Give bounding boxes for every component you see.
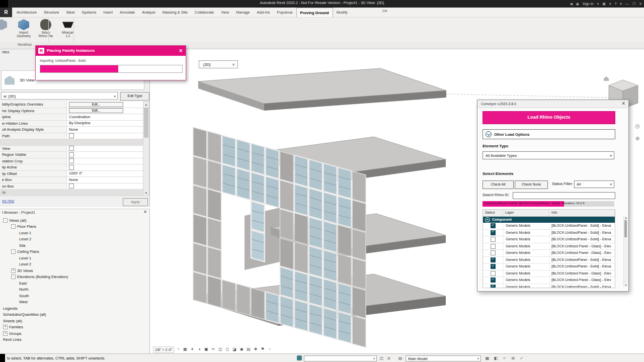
element-table-row[interactable]: Generic Models[BLOCK:Unitized Panel - Gl… bbox=[483, 270, 615, 278]
steering-wheel-icon[interactable]: ◎ bbox=[634, 122, 641, 129]
worksets-icon[interactable] bbox=[297, 355, 302, 360]
property-checkbox[interactable] bbox=[69, 152, 74, 157]
element-table-row[interactable]: Generic Models[BLOCK:UnitizedPanel - Sol… bbox=[483, 284, 615, 289]
element-checkbox[interactable] bbox=[491, 257, 496, 262]
scroll-up-icon[interactable]: ▲ bbox=[143, 102, 149, 107]
tab-massing-site[interactable]: Massing & Site bbox=[159, 8, 191, 17]
minimize-icon[interactable]: — bbox=[625, 2, 629, 6]
view-instance-combo[interactable]: w: {3D} ▾ bbox=[1, 92, 118, 100]
rendering-icon[interactable]: ▣ bbox=[203, 346, 209, 352]
edit-in-place-icon[interactable]: ◧ bbox=[493, 355, 499, 361]
caret-icon[interactable]: ▾ bbox=[597, 2, 599, 6]
collapse-icon[interactable]: - bbox=[11, 249, 16, 254]
tab-steel[interactable]: Steel bbox=[62, 8, 78, 17]
exclude-options-icon[interactable]: ▦ bbox=[485, 355, 490, 361]
property-value[interactable]: None bbox=[67, 127, 143, 133]
edit-button[interactable]: Edit... bbox=[69, 102, 123, 107]
tab-modify[interactable]: Modify bbox=[333, 8, 351, 17]
property-checkbox[interactable] bbox=[69, 146, 74, 151]
displacement-icon[interactable]: ❖ bbox=[253, 346, 259, 352]
design-options-combo[interactable]: Main Model ▾ bbox=[406, 355, 481, 361]
properties-help-link[interactable]: ies help bbox=[2, 199, 14, 203]
tab-architecture[interactable]: Architecture bbox=[13, 8, 40, 17]
property-checkbox[interactable] bbox=[69, 184, 74, 189]
browser-item-groups[interactable]: +Groups bbox=[0, 330, 149, 337]
element-table-row[interactable]: Generic Models[BLOCK:UnitizedPanel - Sol… bbox=[483, 230, 615, 237]
caret-icon[interactable]: ▾ bbox=[620, 2, 622, 6]
component-group-row[interactable]: Component bbox=[483, 217, 615, 223]
browser-item-3d-views[interactable]: +3D Views bbox=[0, 267, 149, 274]
tab-manage[interactable]: Manage bbox=[232, 8, 253, 17]
element-checkbox[interactable] bbox=[491, 230, 496, 235]
element-type-combo[interactable]: All Available Types ▾ bbox=[482, 151, 614, 159]
tab-annotate[interactable]: Annotate bbox=[116, 8, 138, 17]
scroll-down-icon[interactable]: ▼ bbox=[624, 284, 628, 287]
element-checkbox[interactable] bbox=[491, 244, 496, 249]
hide-isolate-icon[interactable]: ◪ bbox=[231, 346, 237, 352]
close-icon[interactable]: ✕ bbox=[639, 2, 642, 6]
element-table-row[interactable]: Generic Models[BLOCK:UnitizedPanel - Sol… bbox=[483, 263, 615, 270]
tab-collaborate[interactable]: Collaborate bbox=[191, 8, 217, 17]
element-checkbox[interactable] bbox=[491, 223, 496, 228]
tool-conveyor-partial[interactable] bbox=[0, 18, 11, 38]
property-checkbox[interactable] bbox=[69, 165, 74, 170]
tab-proving-ground[interactable]: Proving Ground bbox=[296, 8, 333, 17]
element-checkbox[interactable] bbox=[491, 278, 496, 283]
tab-add-ins[interactable]: Add-Ins bbox=[253, 8, 273, 17]
browser-item-families[interactable]: +Families bbox=[0, 324, 149, 331]
placing-family-titlebar[interactable]: R Placing Family Instances ✕ bbox=[36, 46, 186, 56]
scroll-down-icon[interactable]: ▼ bbox=[143, 191, 149, 196]
property-value[interactable]: By Discipline bbox=[67, 121, 143, 127]
select-underlay-icon[interactable]: ⊞ bbox=[510, 355, 516, 361]
property-checkbox[interactable] bbox=[69, 133, 74, 138]
user-icon[interactable]: ◉ bbox=[576, 2, 579, 6]
scroll-thumb[interactable] bbox=[624, 220, 627, 237]
column-header-info[interactable]: Info bbox=[549, 210, 615, 216]
placing-family-close-icon[interactable]: ✕ bbox=[179, 46, 183, 56]
status-filter-combo[interactable]: All ▾ bbox=[574, 180, 614, 188]
selection-toggle-icon[interactable]: ✓ bbox=[519, 355, 524, 361]
collapse-icon[interactable]: - bbox=[3, 218, 8, 223]
cart-icon[interactable]: ▣ bbox=[602, 2, 606, 6]
browser-item-legends[interactable]: Legends bbox=[0, 305, 149, 312]
expand-icon[interactable]: + bbox=[3, 331, 8, 336]
caret-icon[interactable]: ▾ bbox=[609, 2, 611, 6]
table-scrollbar[interactable]: ▲ ▼ bbox=[623, 216, 628, 287]
tab-analyze[interactable]: Analyze bbox=[138, 8, 159, 17]
check-all-button[interactable]: Check All bbox=[482, 180, 514, 189]
conveyor-titlebar[interactable]: Conveyor v.2020.3.8.0 ✕ bbox=[477, 100, 628, 108]
element-table-row[interactable]: Generic Models[BLOCK:Unitized Panel - Gl… bbox=[483, 277, 615, 284]
workset-combo[interactable]: ▾ bbox=[304, 355, 377, 361]
visual-style-icon[interactable]: ▦ bbox=[182, 346, 188, 352]
collapse-icon[interactable]: ‹ bbox=[267, 346, 273, 352]
property-value[interactable]: Coordination bbox=[67, 114, 143, 120]
show-crop-icon[interactable]: ◫ bbox=[217, 346, 223, 352]
filter-icon[interactable]: ⌗ bbox=[502, 355, 507, 361]
expand-icon[interactable]: + bbox=[3, 325, 8, 329]
zoom-icon[interactable]: ⊕ bbox=[634, 135, 641, 142]
browser-item-level-2[interactable]: Level 2 bbox=[0, 261, 149, 268]
element-checkbox[interactable] bbox=[491, 271, 496, 276]
browser-item-sheets-all-[interactable]: Sheets (all) bbox=[0, 318, 149, 324]
element-table-row[interactable]: Generic Models[BLOCK:UnitizedPanel - Sol… bbox=[483, 223, 615, 230]
element-table-row[interactable]: Generic Models[BLOCK:UnitizedPanel - Sol… bbox=[483, 236, 615, 243]
property-checkbox[interactable] bbox=[69, 158, 74, 163]
apply-button[interactable]: Apply bbox=[123, 198, 148, 206]
collapse-icon[interactable]: - bbox=[11, 224, 16, 229]
sign-in-label[interactable]: Sign In bbox=[583, 2, 594, 6]
element-checkbox[interactable] bbox=[491, 285, 496, 288]
tab-structure[interactable]: Structure bbox=[40, 8, 62, 17]
shadows-icon[interactable]: ◑ bbox=[196, 346, 202, 352]
tab-populous[interactable]: Populous bbox=[273, 8, 296, 17]
design-options-icon[interactable]: ▤ bbox=[397, 355, 403, 361]
crop-view-icon[interactable]: ✂ bbox=[210, 346, 216, 352]
browser-item-ceiling-plans[interactable]: -Ceiling Plans bbox=[0, 249, 149, 255]
editable-only-icon[interactable]: ◫ bbox=[379, 355, 384, 361]
element-table-row[interactable]: Generic Models[BLOCK:UnitizedPanel - Sol… bbox=[483, 257, 615, 264]
tab-insert[interactable]: Insert bbox=[100, 8, 116, 17]
view-tab-3d[interactable]: {3D} ✕ bbox=[199, 60, 238, 68]
constraints-icon[interactable]: ⚑ bbox=[260, 346, 266, 352]
edit-button[interactable]: Edit... bbox=[69, 108, 123, 113]
check-none-button[interactable]: Check None bbox=[515, 180, 548, 189]
element-checkbox[interactable] bbox=[491, 237, 496, 242]
